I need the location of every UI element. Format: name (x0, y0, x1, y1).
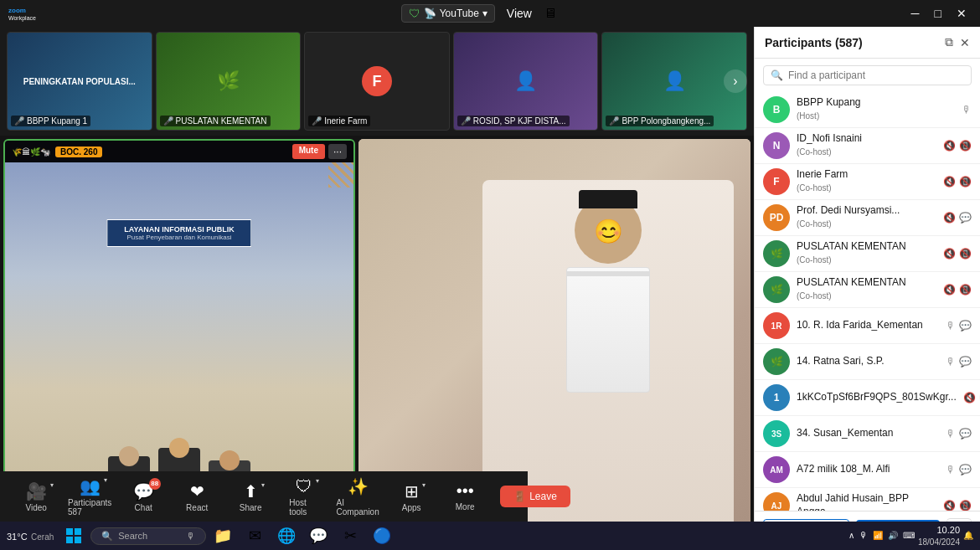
participant-item[interactable]: 🌿 PUSLATAN KEMENTAN (Co-host) 🔇 📵 (755, 272, 980, 308)
mic-icon: 🎙 (946, 428, 956, 439)
chat-icon: 💬88 (133, 481, 154, 501)
mic-icon: 🎙 (946, 320, 956, 332)
thumbnail-inerie[interactable]: F 🎤Inerie Farm (304, 32, 450, 131)
participant-item[interactable]: 1 1kKCoTpSf6BrF9QPS_801SwKgr... 🔇 📵 (755, 380, 980, 416)
taskbar-search-bar[interactable]: 🔍 Search 🎙 (90, 527, 206, 545)
participant-item[interactable]: 3S 34. Susan_Kementan 🎙 💬 (755, 416, 980, 452)
participant-avatar: 🌿 (763, 348, 790, 375)
mic-tray-icon[interactable]: 🎙 (859, 531, 868, 540)
video-off-icon: 📵 (959, 284, 972, 296)
react-tool[interactable]: ❤ React (172, 478, 222, 516)
tray-chevron[interactable]: ∧ (848, 531, 854, 540)
chat-icon: 💬 (959, 212, 972, 224)
leave-label: Leave (529, 491, 557, 502)
avatar-letter: 🌿 (771, 284, 783, 296)
video-label: Video (25, 503, 46, 512)
mic-icon: 🎙 (946, 464, 956, 475)
minimize-button[interactable]: ─ (906, 5, 925, 22)
share-icon: ⬆▾ (244, 481, 258, 501)
thumbnail-rosid[interactable]: 👤 🎤ROSID, SP KJF DISTA... (453, 32, 599, 131)
share-caret: ▾ (261, 481, 265, 489)
mic-off-icon: 🔇 (943, 248, 956, 260)
mute-badge[interactable]: Mute (292, 144, 325, 159)
mic-icon: 🎙 (962, 104, 972, 116)
close-sidebar-button[interactable]: ✕ (960, 36, 970, 49)
pop-out-button[interactable]: ⧉ (945, 35, 953, 49)
next-thumbnail-button[interactable]: › (724, 69, 747, 93)
audio-tool[interactable]: 🎙▾ Audio (0, 478, 8, 515)
participant-name: ID_Nofi Isnaini (Co-host) (797, 132, 936, 158)
participant-search-input[interactable] (788, 69, 964, 81)
speaker-shirt (566, 267, 650, 393)
speaker-face: 😊 (594, 220, 623, 244)
participants-tool[interactable]: 👥▾ Participants 587 (64, 473, 115, 520)
mic-off-icon: 🔇 (943, 284, 956, 296)
thumbnail-puslatan[interactable]: 🌿 🎤PUSLATAN KEMENTAN (156, 32, 302, 131)
taskbar-left: 31°C Cerah (0, 528, 60, 543)
notification-icon[interactable]: 🔔 (963, 531, 973, 540)
participant-avatar: 🌿 (763, 240, 790, 267)
participant-avatar: AM (763, 456, 790, 483)
more-tool[interactable]: ••• More (440, 478, 490, 515)
chevron-down-icon: ▾ (482, 8, 487, 19)
video-icon: 🎥▾ (26, 481, 47, 501)
close-button[interactable]: ✕ (952, 5, 972, 22)
svg-rect-6 (75, 537, 81, 543)
panel-badges: Mute ··· (292, 144, 347, 159)
avatar-letter: 1 (774, 392, 780, 404)
host-tools-caret: ▾ (316, 477, 319, 485)
svg-text:Workplace: Workplace (8, 15, 36, 22)
thumbnail-bbpp-kupang[interactable]: PENINGKATAN POPULASI... 🎤BBPP Kupang 1 (7, 32, 152, 131)
chat-label: Chat (135, 503, 152, 512)
avatar-letter: PD (770, 212, 784, 224)
taskbar-app-explorer[interactable]: 📁 (208, 522, 238, 549)
left-panel-header: 🌾🏛🌿🐄 BOC. 260 Mute ··· (5, 141, 353, 162)
participant-item[interactable]: AM A72 milik 108_M. Alfi 🎙 💬 (755, 452, 980, 488)
chat-icon: 💬 (959, 428, 972, 439)
keyboard-icon[interactable]: ⌨ (903, 531, 915, 540)
participant-avatar: 🌿 (763, 276, 790, 303)
taskbar-app-whatsapp[interactable]: 💬 (303, 522, 333, 549)
participant-name: Inerie Farm (Co-host) (797, 168, 936, 194)
participant-count: 587 (839, 36, 859, 49)
wifi-icon[interactable]: 📶 (873, 531, 883, 540)
windows-start-button[interactable] (60, 522, 87, 549)
leave-button[interactable]: 🚪 Leave (500, 486, 570, 507)
cortana-icon: 🎙 (186, 531, 195, 541)
taskbar-app-browser[interactable]: 🌐 (271, 522, 302, 549)
participant-item[interactable]: 🌿 14. Ratna Sari, S.P. 🎙 💬 (755, 344, 980, 380)
maximize-button[interactable]: □ (930, 5, 946, 22)
participant-item[interactable]: 🌿 PUSLATAN KEMENTAN (Co-host) 🔇 📵 (755, 236, 980, 272)
sidebar-actions: ⧉ ✕ (945, 35, 970, 49)
participant-item[interactable]: N ID_Nofi Isnaini (Co-host) 🔇 📵 (755, 128, 980, 164)
ai-companion-tool[interactable]: ✨ AI Companion (333, 473, 383, 520)
thumb-label-rosid: 🎤ROSID, SP KJF DISTA... (457, 116, 570, 126)
host-tools-tool[interactable]: 🛡▾ Host tools (279, 474, 329, 520)
more-icon: ••• (456, 481, 474, 501)
chat-tool[interactable]: 💬88 Chat (118, 478, 168, 516)
participant-item[interactable]: AJ Abdul Jahid Husain_BPP Angga... 🔇 📵 (755, 488, 980, 511)
thumbnail-strip: PENINGKATAN POPULASI... 🎤BBPP Kupang 1 🌿… (0, 27, 754, 136)
participant-item[interactable]: 1R 10. R. Ida Farida_Kementan 🎙 💬 (755, 308, 980, 344)
mic-off-icon: 🔇 (963, 392, 976, 404)
taskbar-app-mail[interactable]: ✉ (240, 522, 270, 549)
volume-icon[interactable]: 🔊 (888, 531, 898, 540)
more-panel-button[interactable]: ··· (328, 144, 347, 159)
video-tool[interactable]: 🎥▾ Video (11, 478, 61, 516)
view-button[interactable]: View (502, 5, 537, 22)
video-off-icon: 📵 (959, 176, 972, 188)
participant-name: Prof. Dedi Nursyamsi... (Co-host) (797, 204, 936, 230)
participant-controls: 🎙 💬 (946, 428, 972, 439)
participant-item[interactable]: B BBPP Kupang (Host) 🎙 (755, 92, 980, 128)
participant-item[interactable]: PD Prof. Dedi Nursyamsi... (Co-host) 🔇 💬 (755, 200, 980, 236)
participant-item[interactable]: F Inerie Farm (Co-host) 🔇 📵 (755, 164, 980, 200)
taskbar-app-edit[interactable]: ✂ (335, 522, 365, 549)
participants-sidebar: Participants (587) ⧉ ✕ 🔍 B BBPP Kupang (… (754, 27, 980, 550)
taskbar-app-zoom[interactable]: 🔵 (367, 522, 397, 549)
taskbar-clock[interactable]: 10.20 18/04/2024 (918, 524, 960, 547)
banner-title: LAYANAN INFORMASI PUBLIK (124, 225, 234, 234)
title-bar: zoom Workplace 🛡 📡 YouTube ▾ View 🖥 ─ □ … (0, 0, 980, 27)
avatar-letter: 1R (771, 321, 782, 331)
share-tool[interactable]: ⬆▾ Share (225, 478, 276, 516)
apps-tool[interactable]: ⊞▾ Apps (386, 478, 436, 516)
